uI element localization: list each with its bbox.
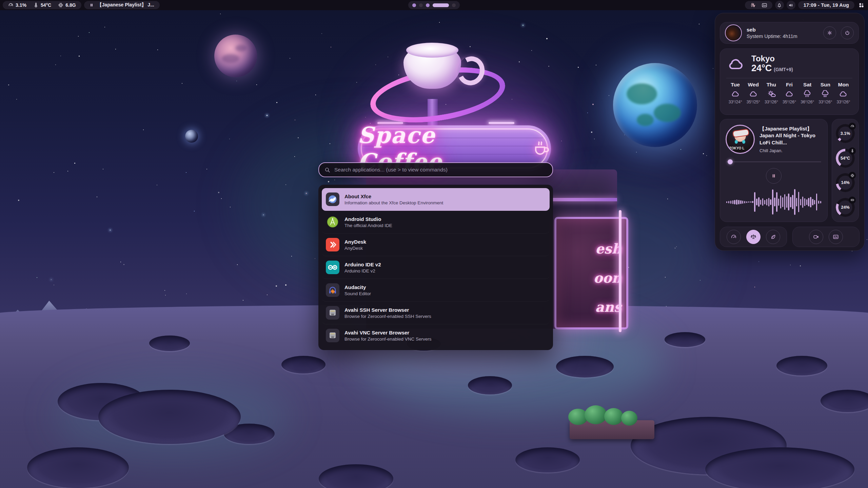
search-bar[interactable] bbox=[318, 162, 553, 177]
volume-button[interactable] bbox=[787, 1, 795, 9]
system-gauges-card: 3.1% 54°C 14% 24% bbox=[832, 119, 859, 222]
app-item-anydesk[interactable]: AnyDesk AnyDesk bbox=[322, 233, 550, 256]
cloud-icon bbox=[785, 90, 794, 98]
cloud-icon bbox=[731, 90, 740, 98]
cloud-icon bbox=[839, 90, 848, 98]
clock[interactable]: 17:09 - Tue, 19 Aug bbox=[798, 1, 854, 9]
gear-icon bbox=[827, 30, 832, 36]
arduino-app-icon bbox=[326, 261, 339, 274]
workspace-indicator[interactable] bbox=[408, 1, 460, 9]
app-name: Avahi SSH Server Browser bbox=[344, 307, 431, 313]
pause-icon bbox=[90, 3, 94, 7]
gauge-icon bbox=[849, 123, 856, 130]
power-mode-group bbox=[720, 227, 787, 247]
tray-icons-pill bbox=[745, 1, 772, 9]
system-uptime: System Uptime: 4h11m bbox=[747, 34, 818, 39]
user-card: seb System Uptime: 4h11m bbox=[720, 22, 859, 44]
xfce-app-icon bbox=[326, 192, 339, 206]
suncloud-icon bbox=[767, 90, 776, 98]
stat-chip: 6.8G bbox=[58, 2, 76, 8]
app-launcher: About Xfce Information about the Xfce De… bbox=[318, 162, 553, 350]
forecast-day-mon: Mon33°/26° bbox=[834, 82, 852, 104]
app-item-avahi-ssh-server-browser[interactable]: Avahi SSH Server Browser Browse for Zero… bbox=[322, 302, 550, 324]
workspace-5-empty[interactable] bbox=[452, 3, 456, 7]
bell-icon bbox=[777, 3, 782, 8]
camera-icon bbox=[813, 234, 819, 240]
thermometer-icon bbox=[849, 147, 856, 155]
app-item-about-xfce[interactable]: About Xfce Information about the Xfce De… bbox=[322, 188, 550, 211]
scales-mode-button[interactable] bbox=[746, 230, 761, 244]
cloud-icon bbox=[749, 90, 758, 98]
weather-current: Tokyo 24°C(GMT+9) bbox=[726, 54, 852, 74]
app-item-arduino-ide-v2[interactable]: Arduino IDE v2 Arduino IDE v2 bbox=[322, 256, 550, 279]
workspace-1-occupied[interactable] bbox=[412, 3, 416, 7]
search-input[interactable] bbox=[334, 166, 547, 173]
app-list: About Xfce Information about the Xfce De… bbox=[318, 185, 553, 350]
storm-icon bbox=[821, 90, 830, 98]
app-item-audacity[interactable]: Audacity Sound Editor bbox=[322, 279, 550, 302]
power-button[interactable] bbox=[841, 26, 854, 39]
media-player-card: TOKYO L 【Japanese Playlist】 Japan All Ni… bbox=[720, 119, 828, 222]
camera-mode-button[interactable] bbox=[809, 230, 823, 244]
androidstudio-app-icon bbox=[326, 215, 339, 229]
workspace-4-active[interactable] bbox=[433, 3, 449, 7]
control-panel: seb System Uptime: 4h11m Tokyo 24°C(GMT+… bbox=[715, 13, 865, 251]
volume-icon bbox=[788, 3, 793, 8]
rain-icon bbox=[803, 90, 812, 98]
thermometer-icon bbox=[33, 2, 39, 8]
weather-forecast: Tue33°/24°Wed35°/25°Thu33°/26°Fri35°/26°… bbox=[726, 82, 852, 104]
gauge-disk: 24% bbox=[836, 198, 855, 217]
app-description: Information about the Xfce Desktop Envir… bbox=[344, 200, 443, 205]
capture-group bbox=[792, 227, 860, 247]
gauge-mode-button[interactable] bbox=[727, 230, 741, 244]
app-grid-icon bbox=[859, 2, 864, 8]
app-name: Android Studio bbox=[344, 216, 392, 222]
play-pause-button[interactable] bbox=[766, 168, 782, 184]
search-icon bbox=[324, 167, 330, 173]
workspace-3-occupied[interactable] bbox=[426, 3, 430, 7]
cup-rim bbox=[406, 43, 458, 58]
forecast-day-wed: Wed35°/25° bbox=[744, 82, 762, 104]
light-strip bbox=[619, 210, 622, 332]
workspace-2-empty[interactable] bbox=[419, 3, 423, 7]
cloud-icon bbox=[726, 57, 746, 72]
weather-city: Tokyo bbox=[751, 54, 793, 63]
now-playing-label: 【Japanese Playlist】 J... bbox=[97, 2, 154, 8]
app-item-avahi-vnc-server-browser[interactable]: Avahi VNC Server Browser Browse for Zero… bbox=[322, 324, 550, 347]
chip-icon bbox=[58, 2, 63, 8]
gauge-gauge: 3.1% bbox=[836, 124, 855, 143]
image-icon bbox=[833, 234, 839, 240]
neon-word: oon bbox=[594, 270, 622, 286]
album-art-caption: TOKYO L bbox=[729, 146, 744, 150]
app-name: Audacity bbox=[344, 284, 371, 290]
app-grid-button[interactable] bbox=[857, 1, 865, 9]
planet-small bbox=[185, 130, 198, 143]
neon-word: ans bbox=[595, 299, 622, 315]
gauge-chip: 14% bbox=[836, 173, 855, 192]
disk-icon bbox=[849, 197, 856, 204]
claw-icon[interactable] bbox=[750, 2, 756, 8]
neon-word: esh bbox=[595, 241, 622, 257]
avatar bbox=[725, 24, 742, 41]
settings-button[interactable] bbox=[823, 26, 836, 39]
planet-pink bbox=[214, 35, 257, 77]
track-info: TOKYO L 【Japanese Playlist】 Japan All Ni… bbox=[726, 125, 822, 154]
app-name: AnyDesk bbox=[344, 239, 366, 245]
power-icon bbox=[845, 30, 850, 36]
app-description: The official Android IDE bbox=[344, 223, 392, 228]
app-description: Browse for Zeroconf-enabled SSH Servers bbox=[344, 314, 431, 319]
image-mode-button[interactable] bbox=[829, 230, 843, 244]
network-app-icon bbox=[326, 329, 339, 342]
seek-handle[interactable] bbox=[728, 159, 733, 164]
audio-visualizer bbox=[726, 186, 822, 218]
planet-earth bbox=[613, 63, 697, 147]
weather-timezone: (GMT+9) bbox=[774, 67, 793, 72]
user-meta: seb System Uptime: 4h11m bbox=[747, 27, 818, 39]
gauge-icon bbox=[731, 234, 737, 240]
now-playing-pill[interactable]: 【Japanese Playlist】 J... bbox=[84, 1, 160, 9]
app-item-android-studio[interactable]: Android Studio The official Android IDE bbox=[322, 211, 550, 233]
seek-bar[interactable] bbox=[726, 159, 821, 164]
notifications-button[interactable] bbox=[775, 1, 784, 9]
leaf-mode-button[interactable] bbox=[766, 230, 780, 244]
wallpaper-icon[interactable] bbox=[762, 2, 767, 8]
